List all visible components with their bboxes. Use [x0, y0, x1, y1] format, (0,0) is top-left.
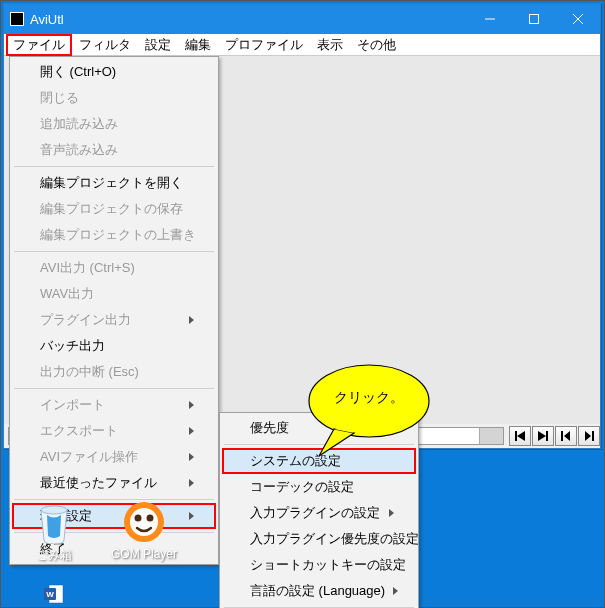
- file-menu-item-16: エクスポート: [12, 418, 216, 444]
- file-menu-item-label: インポート: [40, 396, 105, 414]
- track-thumb[interactable]: [479, 428, 503, 444]
- menu-edit[interactable]: 編集: [178, 34, 218, 56]
- minimize-button[interactable]: [468, 4, 512, 34]
- step-forward-button[interactable]: [532, 426, 554, 446]
- desktop-icon-trash[interactable]: ごみ箱: [19, 499, 89, 564]
- file-menu-item-17: AVIファイル操作: [12, 444, 216, 470]
- env-menu-item-label: ショートカットキーの設定: [250, 556, 406, 574]
- file-menu-item-label: 編集プロジェクトを開く: [40, 174, 183, 192]
- file-menu-item-label: 最近使ったファイル: [40, 474, 157, 492]
- desktop-label-trash: ごみ箱: [19, 547, 89, 564]
- step-back-icon: [515, 431, 525, 441]
- menu-file[interactable]: ファイル: [6, 34, 72, 56]
- chevron-right-icon: [189, 453, 194, 461]
- chevron-right-icon: [189, 316, 194, 324]
- menu-settings[interactable]: 設定: [138, 34, 178, 56]
- titlebar[interactable]: AviUtl: [4, 4, 600, 34]
- file-menu-item-0[interactable]: 開く (Ctrl+O): [12, 59, 216, 85]
- word-icon: W: [31, 583, 77, 605]
- file-menu-item-label: 音声読み込み: [40, 141, 118, 159]
- chevron-right-icon: [189, 401, 194, 409]
- file-menu-item-6: 編集プロジェクトの保存: [12, 196, 216, 222]
- env-menu-item-label: コーデックの設定: [250, 478, 354, 496]
- svg-text:W: W: [46, 590, 54, 599]
- app-icon: [10, 12, 24, 26]
- file-menu-item-label: 追加読み込み: [40, 115, 118, 133]
- file-menu-item-label: 編集プロジェクトの上書き: [40, 226, 196, 244]
- env-menu-item-label: 言語の設定 (Language): [250, 582, 385, 600]
- svg-rect-1: [530, 15, 539, 24]
- file-menu-separator: [14, 251, 214, 252]
- menu-view[interactable]: 表示: [310, 34, 350, 56]
- file-menu-item-label: プラグイン出力: [40, 311, 131, 329]
- svg-marker-4: [517, 431, 525, 441]
- step-forward-icon: [538, 431, 548, 441]
- svg-rect-7: [546, 431, 548, 441]
- go-end-icon: [584, 431, 594, 441]
- file-menu-item-13: 出力の中断 (Esc): [12, 359, 216, 385]
- go-start-button[interactable]: [555, 426, 577, 446]
- file-menu-item-label: 閉じる: [40, 89, 79, 107]
- file-menu-item-label: WAV出力: [40, 285, 94, 303]
- maximize-button[interactable]: [512, 4, 556, 34]
- window-title: AviUtl: [30, 12, 468, 27]
- trash-icon: [31, 499, 77, 545]
- file-menu-item-5[interactable]: 編集プロジェクトを開く: [12, 170, 216, 196]
- step-back-button[interactable]: [509, 426, 531, 446]
- go-start-icon: [561, 431, 571, 441]
- close-icon: [573, 14, 583, 24]
- env-submenu: 優先度システムの設定コーデックの設定入力プラグインの設定入力プラグイン優先度の設…: [219, 412, 419, 608]
- env-menu-item-3[interactable]: コーデックの設定: [222, 474, 416, 500]
- menu-other[interactable]: その他: [350, 34, 403, 56]
- env-menu-item-7[interactable]: 言語の設定 (Language): [222, 578, 416, 604]
- env-menu-item-4[interactable]: 入力プラグインの設定: [222, 500, 416, 526]
- close-button[interactable]: [556, 4, 600, 34]
- chevron-right-icon: [189, 479, 194, 487]
- svg-rect-8: [561, 431, 563, 441]
- svg-rect-11: [592, 431, 594, 441]
- file-menu-item-1: 閉じる: [12, 85, 216, 111]
- svg-marker-6: [538, 431, 546, 441]
- go-end-button[interactable]: [578, 426, 600, 446]
- gom-icon: [121, 499, 167, 545]
- env-menu-item-5[interactable]: 入力プラグイン優先度の設定: [222, 526, 416, 552]
- file-menu-item-3: 音声読み込み: [12, 137, 216, 163]
- env-menu-item-label: 入力プラグイン優先度の設定: [250, 530, 419, 548]
- file-menu-separator: [14, 388, 214, 389]
- env-menu-item-label: 優先度: [250, 419, 289, 437]
- file-menu-item-label: AVI出力 (Ctrl+S): [40, 259, 135, 277]
- menu-profile[interactable]: プロファイル: [218, 34, 310, 56]
- env-menu-separator: [224, 444, 414, 445]
- maximize-icon: [529, 14, 539, 24]
- env-menu-item-2[interactable]: システムの設定: [222, 448, 416, 474]
- svg-marker-9: [564, 431, 570, 441]
- svg-point-19: [147, 515, 154, 522]
- file-menu-separator: [14, 166, 214, 167]
- chevron-right-icon: [389, 509, 394, 517]
- desktop-icon-gom[interactable]: GOM Player: [109, 499, 179, 561]
- chevron-right-icon: [189, 512, 194, 520]
- file-menu-item-label: 開く (Ctrl+O): [40, 63, 116, 81]
- file-menu-item-12[interactable]: バッチ出力: [12, 333, 216, 359]
- env-menu-item-6[interactable]: ショートカットキーの設定: [222, 552, 416, 578]
- desktop-label-gom: GOM Player: [109, 547, 179, 561]
- svg-rect-5: [515, 431, 517, 441]
- file-menu-item-2: 追加読み込み: [12, 111, 216, 137]
- file-menu-item-9: AVI出力 (Ctrl+S): [12, 255, 216, 281]
- chevron-right-icon: [393, 587, 398, 595]
- menubar: ファイル フィルタ 設定 編集 プロファイル 表示 その他: [4, 34, 600, 56]
- desktop-icon-word[interactable]: W: [19, 583, 89, 607]
- svg-marker-10: [585, 431, 591, 441]
- file-menu-item-label: エクスポート: [40, 422, 118, 440]
- file-menu-item-label: 出力の中断 (Esc): [40, 363, 139, 381]
- env-menu-item-0[interactable]: 優先度: [222, 415, 416, 441]
- chevron-right-icon: [389, 424, 394, 432]
- minimize-icon: [485, 14, 495, 24]
- env-menu-item-label: 入力プラグインの設定: [250, 504, 380, 522]
- file-menu-item-label: AVIファイル操作: [40, 448, 138, 466]
- file-menu-item-15: インポート: [12, 392, 216, 418]
- chevron-right-icon: [189, 427, 194, 435]
- menu-filter[interactable]: フィルタ: [72, 34, 138, 56]
- file-menu-item-10: WAV出力: [12, 281, 216, 307]
- file-menu-item-18[interactable]: 最近使ったファイル: [12, 470, 216, 496]
